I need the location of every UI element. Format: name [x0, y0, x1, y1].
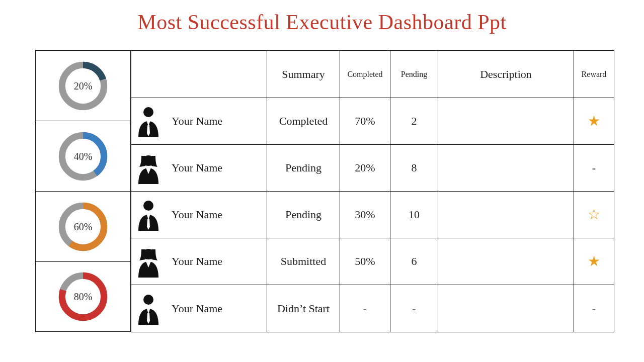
donut-label-3: 80%: [55, 291, 111, 303]
donut-chart-3: 80%: [55, 269, 111, 324]
cell-completed: 50%: [340, 238, 390, 285]
cell-reward: ★: [574, 98, 614, 145]
cell-summary: Pending: [267, 192, 340, 238]
donut-column: 20% 40% 60%: [35, 50, 131, 332]
person-name: Your Name: [172, 255, 222, 268]
person-male-icon: [134, 105, 163, 137]
star-outline-icon: ☆: [588, 207, 600, 222]
header-description: Description: [438, 51, 574, 98]
cell-description: [438, 145, 574, 192]
person-female-icon: [134, 152, 163, 184]
table-row: Your NameSubmitted50%6★: [131, 238, 614, 285]
reward-dash: -: [592, 161, 596, 174]
cell-person: Your Name: [131, 98, 267, 145]
cell-pending: 6: [390, 238, 438, 285]
table-row: Your NameCompleted70%2★: [131, 98, 614, 145]
cell-completed: -: [340, 285, 390, 332]
donut-label-1: 40%: [55, 150, 111, 162]
donut-cell-3: 80%: [35, 261, 131, 332]
cell-completed: 70%: [340, 98, 390, 145]
cell-person: Your Name: [131, 192, 267, 238]
header-completed: Completed: [340, 51, 390, 98]
donut-chart-1: 40%: [55, 129, 111, 184]
person-female-icon: [134, 245, 163, 278]
cell-pending: -: [390, 285, 438, 332]
star-filled-icon: ★: [588, 113, 600, 129]
table-row: Your NamePending30%10☆: [131, 192, 614, 238]
cell-description: [438, 192, 574, 238]
cell-reward: ★: [574, 238, 614, 285]
donut-cell-2: 60%: [35, 191, 131, 261]
cell-person: Your Name: [131, 285, 267, 332]
cell-reward: -: [574, 145, 614, 192]
cell-pending: 10: [390, 192, 438, 238]
donut-label-2: 60%: [55, 221, 111, 232]
cell-person: Your Name: [131, 238, 267, 285]
header-blank: [131, 51, 267, 98]
cell-summary: Submitted: [267, 238, 340, 285]
header-summary: Summary: [267, 51, 340, 98]
person-name: Your Name: [172, 302, 222, 315]
header-reward: Reward: [574, 51, 614, 98]
donut-cell-1: 40%: [35, 121, 131, 191]
donut-chart-2: 60%: [55, 199, 111, 254]
table-row: Your NamePending20%8-: [131, 145, 614, 192]
cell-completed: 30%: [340, 192, 390, 238]
page-title: Most Successful Executive Dashboard Ppt: [0, 0, 644, 43]
star-filled-icon: ★: [588, 253, 600, 269]
table-header-row: Summary Completed Pending Description Re…: [131, 51, 614, 98]
person-name: Your Name: [172, 208, 222, 221]
header-pending: Pending: [390, 51, 438, 98]
status-table: Summary Completed Pending Description Re…: [131, 50, 614, 332]
cell-reward: ☆: [574, 192, 614, 238]
cell-pending: 8: [390, 145, 438, 192]
donut-chart-0: 20%: [55, 58, 111, 114]
person-male-icon: [134, 199, 163, 231]
cell-summary: Didn’t Start: [267, 285, 340, 332]
cell-pending: 2: [390, 98, 438, 145]
donut-cell-0: 20%: [35, 50, 131, 121]
cell-summary: Pending: [267, 145, 340, 192]
cell-description: [438, 285, 574, 332]
person-male-icon: [134, 293, 163, 325]
cell-description: [438, 238, 574, 285]
person-name: Your Name: [172, 115, 222, 128]
reward-dash: -: [592, 302, 596, 315]
table-row: Your NameDidn’t Start---: [131, 285, 614, 332]
cell-reward: -: [574, 285, 614, 332]
cell-completed: 20%: [340, 145, 390, 192]
dashboard-container: 20% 40% 60%: [35, 50, 614, 332]
person-name: Your Name: [172, 161, 222, 174]
donut-label-0: 20%: [55, 80, 111, 92]
cell-person: Your Name: [131, 145, 267, 192]
cell-summary: Completed: [267, 98, 340, 145]
cell-description: [438, 98, 574, 145]
